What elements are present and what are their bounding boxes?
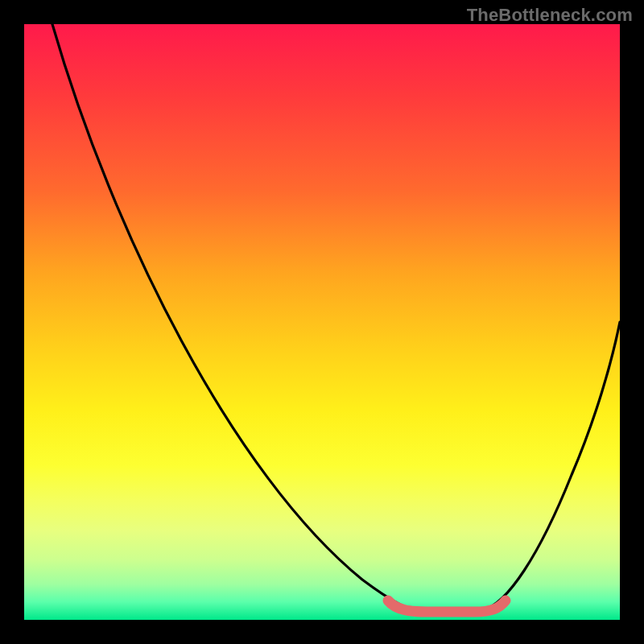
watermark-text: TheBottleneck.com — [467, 5, 633, 26]
gradient-plot-area — [24, 24, 620, 620]
curve-right — [483, 322, 620, 610]
chart-frame: TheBottleneck.com — [0, 0, 644, 644]
curve-left — [52, 24, 414, 610]
bottleneck-curve-svg — [24, 24, 620, 620]
valley-highlight — [388, 601, 506, 612]
